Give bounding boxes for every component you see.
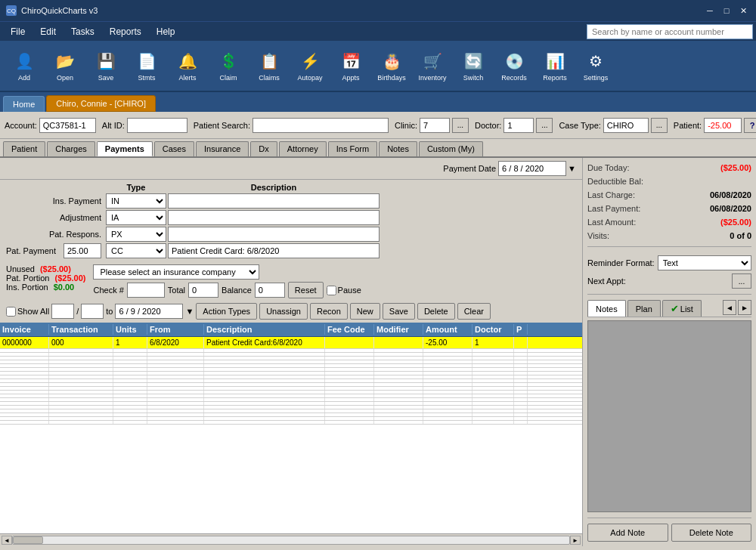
- reports-button[interactable]: 📊 Reports: [535, 44, 575, 88]
- total-input2[interactable]: [188, 283, 218, 298]
- clinic-dots-button[interactable]: ...: [452, 118, 469, 133]
- inventory-button[interactable]: 🛒 Inventory: [413, 44, 452, 88]
- ins-payment-description-input[interactable]: [168, 193, 380, 209]
- menu-edit[interactable]: Edit: [33, 24, 64, 39]
- action-types-button[interactable]: Action Types: [196, 303, 257, 320]
- scrollbar-thumb[interactable]: [13, 536, 43, 544]
- pat-respons-description-input[interactable]: [168, 227, 380, 242]
- settings-button[interactable]: ⚙ Settings: [576, 44, 615, 88]
- adjustment-type-select[interactable]: IAINPXCC: [106, 210, 166, 225]
- menu-help[interactable]: Help: [149, 24, 183, 39]
- tab-home[interactable]: Home: [3, 96, 45, 112]
- clear-button[interactable]: Clear: [457, 303, 491, 320]
- notes-tab-plan[interactable]: Plan: [627, 300, 661, 317]
- autopay-button[interactable]: ⚡ Autopay: [290, 44, 330, 88]
- table-row[interactable]: 000000000016/8/2020Patient Credit Card:6…: [0, 337, 582, 349]
- records-button[interactable]: 💿 Records: [494, 44, 534, 88]
- scroll-right-button[interactable]: ►: [570, 536, 581, 545]
- switch-button[interactable]: 🔄 Switch: [454, 44, 493, 88]
- pat-payment-value-input[interactable]: [64, 243, 101, 258]
- table-cell: 1: [472, 337, 514, 348]
- check-input[interactable]: [127, 283, 165, 298]
- patient-tabbar: Patient Charges Payments Cases Insurance…: [0, 139, 756, 158]
- reset-button[interactable]: Reset: [288, 282, 324, 298]
- delete-note-button[interactable]: Delete Note: [671, 524, 752, 542]
- tab-cases[interactable]: Cases: [154, 141, 194, 156]
- next-appt-button[interactable]: ...: [732, 273, 751, 289]
- unassign-button[interactable]: Unassign: [259, 303, 308, 320]
- date-from-day[interactable]: [81, 304, 104, 319]
- minimize-button[interactable]: ─: [703, 4, 717, 17]
- clinic-input[interactable]: [420, 118, 450, 133]
- doctor-dots-button[interactable]: ...: [536, 118, 553, 133]
- new-button[interactable]: New: [350, 303, 380, 320]
- claim-button[interactable]: 💲 Claim: [209, 44, 248, 88]
- inventory-label: Inventory: [418, 75, 446, 82]
- case-type-dots-button[interactable]: ...: [651, 118, 668, 133]
- due-today-value: ($25.00): [720, 163, 751, 172]
- birthdays-button[interactable]: 🎂 Birthdays: [372, 44, 411, 88]
- tab-notes[interactable]: Notes: [379, 141, 417, 156]
- case-type-input[interactable]: [603, 118, 649, 133]
- table-cell: 0000000: [0, 337, 49, 348]
- close-button[interactable]: ✕: [736, 4, 750, 17]
- open-button[interactable]: 📂 Open: [45, 44, 85, 88]
- save-payment-button[interactable]: Save: [383, 303, 415, 320]
- tab-chiro-connie[interactable]: Chiro, Connie - [CHIRO]: [46, 95, 156, 112]
- tab-attorney[interactable]: Attorney: [279, 141, 327, 156]
- delete-button[interactable]: Delete: [417, 303, 455, 320]
- show-all-checkbox[interactable]: [6, 307, 16, 317]
- patient-balance-input[interactable]: [704, 118, 742, 133]
- patient-question-button[interactable]: ?: [744, 118, 756, 133]
- pause-checkbox[interactable]: [327, 286, 336, 295]
- add-note-button[interactable]: Add Note: [587, 524, 668, 542]
- tab-ins-form[interactable]: Ins Form: [328, 141, 377, 156]
- doctor-input[interactable]: [503, 118, 534, 133]
- appts-button[interactable]: 📅 Appts: [331, 44, 370, 88]
- alerts-button[interactable]: 🔔 Alerts: [168, 44, 207, 88]
- save-label: Save: [98, 75, 114, 82]
- search-input[interactable]: [587, 24, 753, 39]
- pat-payment-description-input[interactable]: [168, 243, 380, 258]
- add-button[interactable]: 👤 Add: [5, 44, 44, 88]
- date-from-month[interactable]: [51, 304, 74, 319]
- tab-patient[interactable]: Patient: [3, 141, 45, 156]
- date-to-input[interactable]: [115, 304, 183, 319]
- tab-dx[interactable]: Dx: [250, 141, 277, 156]
- pat-respons-type-select[interactable]: PXINIACC: [106, 227, 166, 242]
- scroll-left-button[interactable]: ◄: [2, 536, 12, 545]
- tab-charges[interactable]: Charges: [47, 141, 95, 156]
- tab-payments[interactable]: Payments: [97, 141, 153, 156]
- pat-payment-type-select[interactable]: CCINIAPX: [106, 243, 166, 258]
- insurance-company-select[interactable]: Please select an insurance company: [93, 264, 259, 280]
- notes-tab-notes[interactable]: Notes: [587, 300, 626, 317]
- type-header: Type: [106, 183, 166, 192]
- adjustment-description-input[interactable]: [168, 210, 380, 225]
- account-input[interactable]: [39, 118, 96, 133]
- menu-reports[interactable]: Reports: [102, 24, 149, 39]
- tab-custom[interactable]: Custom (My): [419, 141, 483, 156]
- menu-file[interactable]: File: [3, 24, 33, 39]
- save-button[interactable]: 💾 Save: [86, 44, 125, 88]
- scrollbar-track[interactable]: [12, 536, 570, 545]
- notes-tab-list[interactable]: ✔ List: [662, 300, 702, 317]
- reminder-format-select[interactable]: Text Email Phone None: [658, 255, 751, 270]
- altid-input[interactable]: [127, 118, 187, 133]
- tab-insurance[interactable]: Insurance: [196, 141, 249, 156]
- maximize-button[interactable]: □: [720, 4, 733, 17]
- left-panel: Payment Date ▼ Type Description Ins. Pay…: [0, 158, 582, 546]
- table-scrollbar[interactable]: ◄ ►: [0, 533, 582, 546]
- balance-input[interactable]: [255, 283, 285, 298]
- stmts-button[interactable]: 📄 Stmts: [127, 44, 166, 88]
- recon-button[interactable]: Recon: [310, 303, 348, 320]
- menu-tasks[interactable]: Tasks: [64, 24, 102, 39]
- claims-button[interactable]: 📋 Claims: [249, 44, 289, 88]
- payment-date-input[interactable]: [498, 161, 566, 176]
- notes-prev-button[interactable]: ◄: [723, 300, 736, 315]
- patient-search-input[interactable]: [253, 118, 389, 133]
- transactions-table: Invoice Transaction Units From Descripti…: [0, 323, 582, 533]
- payment-date-label: Payment Date: [443, 164, 496, 173]
- notes-next-button[interactable]: ►: [738, 300, 751, 315]
- records-icon: 💿: [502, 49, 526, 73]
- ins-payment-type-select[interactable]: INIAPXCC: [106, 193, 166, 209]
